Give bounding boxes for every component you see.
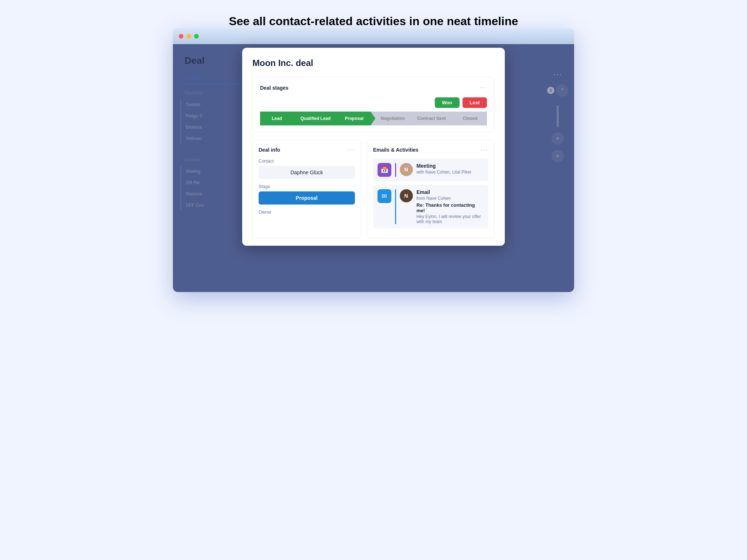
meeting-icon-wrap: 📅 <box>378 163 391 177</box>
deal-stages-header: Deal stages ··· <box>260 84 487 92</box>
meeting-title: Meeting <box>417 163 484 169</box>
modal-title: Moon Inc. deal <box>252 58 495 68</box>
activities-col: Emails & Activities ··· 📅 N Meeting <box>367 140 495 238</box>
activities-menu[interactable]: ··· <box>481 146 488 153</box>
stage-proposal[interactable]: Proposal <box>332 112 371 125</box>
traffic-light-yellow[interactable] <box>186 34 191 39</box>
timeline-line-blue <box>395 189 396 224</box>
email-avatar: N <box>400 189 413 202</box>
stage-value[interactable]: Proposal <box>259 191 355 205</box>
activity-email: ✉ N Email from Nave Cohen Re: Thanks for… <box>373 185 488 229</box>
stage-label: Stage <box>259 184 355 189</box>
calendar-icon: 📅 <box>380 166 388 174</box>
email-subject: Re: Thanks for contacting me! <box>417 202 484 213</box>
contact-value[interactable]: Daphne Glück <box>259 166 355 179</box>
page-headline: See all contact-related activities in on… <box>229 15 518 28</box>
title-bar <box>173 28 574 44</box>
app-window: Deal ⊞ Main t Pipeline Twister Ridge S B… <box>173 28 574 292</box>
email-body: Hey Eylon, I will review your offer with… <box>417 214 484 224</box>
headline-bold: See all contact-related activities <box>229 15 406 28</box>
modal: Moon Inc. deal Deal stages ··· Won Lost … <box>242 48 505 246</box>
email-sub: from Nave Cohen <box>417 196 484 201</box>
app-body: Deal ⊞ Main t Pipeline Twister Ridge S B… <box>173 44 574 292</box>
timeline-line-purple <box>395 163 396 177</box>
deal-stages-menu[interactable]: ··· <box>479 84 487 92</box>
deal-stages-label: Deal stages <box>260 85 289 91</box>
meeting-avatar: N <box>400 163 413 176</box>
activities-header: Emails & Activities ··· <box>373 146 488 153</box>
won-lost-row: Won Lost <box>260 97 487 108</box>
email-content: Email from Nave Cohen Re: Thanks for con… <box>417 189 484 224</box>
lost-button[interactable]: Lost <box>462 97 487 108</box>
meeting-content: Meeting with Nave Cohen, Lital Piker <box>417 163 484 175</box>
deal-info-title: Deal info <box>259 147 280 153</box>
email-icon: ✉ <box>382 192 387 200</box>
traffic-light-red[interactable] <box>179 34 183 39</box>
deal-columns: Deal info ··· Contact Daphne Glück Stage… <box>252 140 495 238</box>
stage-negotiation[interactable]: Negotiation <box>371 112 410 125</box>
stage-lead[interactable]: Lead <box>260 112 294 125</box>
stage-contract-sent[interactable]: Contract Sent <box>410 112 448 125</box>
deal-info-menu[interactable]: ··· <box>347 146 355 153</box>
traffic-light-green[interactable] <box>194 34 199 39</box>
contact-label: Contact <box>259 159 355 164</box>
meeting-sub: with Nave Cohen, Lital Piker <box>417 170 484 175</box>
stage-closed[interactable]: Closed <box>448 112 487 125</box>
activity-meeting: 📅 N Meeting with Nave Cohen, Lital Piker <box>373 159 488 181</box>
stage-qualified-lead[interactable]: Qualified Lead <box>294 112 332 125</box>
deal-stages-section: Deal stages ··· Won Lost Lead Qualified … <box>252 77 495 132</box>
modal-backdrop: Moon Inc. deal Deal stages ··· Won Lost … <box>173 44 574 292</box>
email-title: Email <box>417 189 484 195</box>
email-icon-wrap: ✉ <box>378 189 391 203</box>
deal-info-col: Deal info ··· Contact Daphne Glück Stage… <box>252 140 361 238</box>
deal-info-header: Deal info ··· <box>259 146 355 153</box>
won-button[interactable]: Won <box>435 97 460 108</box>
activities-title: Emails & Activities <box>373 147 419 153</box>
stages-bar: Lead Qualified Lead Proposal Negotiation… <box>260 112 487 125</box>
owner-label: Owner <box>259 210 355 215</box>
headline-normal: in one neat timeline <box>406 15 518 28</box>
